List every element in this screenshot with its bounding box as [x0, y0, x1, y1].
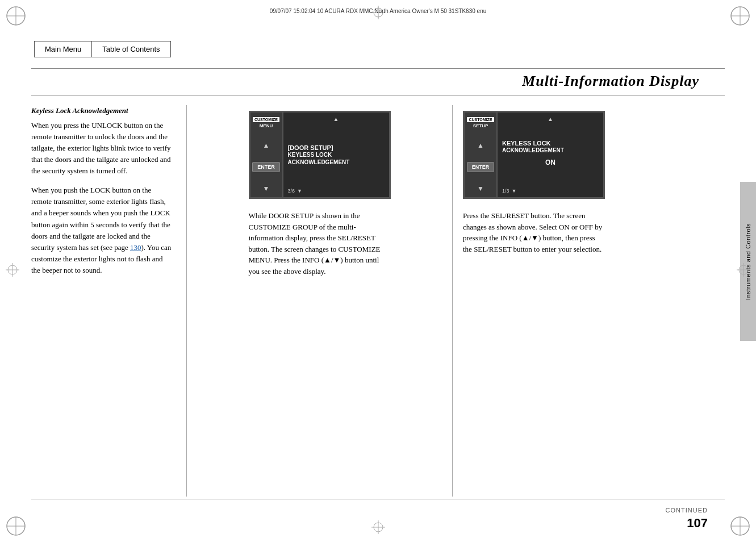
paragraph-2-text-a: When you push the LOCK button on the rem…	[31, 186, 170, 252]
lcd1-bracket-title: [DOOR SETUP]	[288, 144, 385, 151]
crosshair-bottom	[371, 520, 385, 536]
crosshair-left	[6, 263, 19, 279]
page-link[interactable]: 130	[130, 243, 141, 252]
lcd2-sub-title: ACKNOWLEDGEMENT	[502, 147, 599, 154]
lcd1-item-line1: KEYLESS LOCK	[288, 151, 385, 159]
lcd2-down-arrow: ▼	[477, 185, 484, 193]
lcd2-setup-label: SETUP	[473, 123, 488, 129]
lcd2-up-arrow: ▲	[477, 141, 484, 149]
page-number: 107	[687, 516, 708, 531]
lcd1-left-panel: CUSTOMIZE MENU ▲ ENTER ▼	[250, 112, 283, 197]
nav-buttons: Main Menu Table of Contents	[34, 41, 171, 57]
lcd1-page-down-arrow: ▼	[297, 188, 302, 194]
lcd2-right-up: ▲	[502, 116, 599, 122]
column-divider-2	[452, 105, 453, 497]
column-divider-1	[186, 105, 187, 497]
lcd-display-1: CUSTOMIZE MENU ▲ ENTER ▼ ▲ [DOOR SETUP] …	[249, 111, 391, 199]
lcd2-on-value: ON	[502, 154, 599, 171]
lcd1-item-line2: ACKNOWLEDGEMENT	[288, 159, 385, 166]
corner-decoration-br	[729, 515, 751, 537]
lcd2-customize-label: CUSTOMIZE	[467, 117, 494, 122]
title-rule	[31, 95, 725, 96]
left-column: Keyless Lock Acknowledgement When you pr…	[31, 105, 182, 497]
lcd2-page-text: 1/3	[502, 188, 509, 194]
lcd1-up-arrow: ▲	[263, 141, 270, 149]
corner-decoration-tl	[5, 5, 27, 27]
main-menu-button[interactable]: Main Menu	[34, 41, 91, 57]
caption-1: While DOOR SETUP is shown in the CUSTOMI…	[249, 210, 391, 277]
paragraph-1: When you press the UNLOCK button on the …	[31, 120, 173, 177]
lcd2-right-panel: ▲ KEYLESS LOCK ACKNOWLEDGEMENT ON 1/3 ▼	[498, 112, 603, 197]
corner-decoration-tr	[729, 5, 751, 27]
lcd2-left-panel: CUSTOMIZE SETUP ▲ ENTER ▼	[465, 112, 498, 197]
page-title: Multi-Information Display	[0, 73, 711, 90]
caption-2: Press the SEL/RESET button. The screen c…	[463, 210, 605, 255]
middle-column: CUSTOMIZE MENU ▲ ENTER ▼ ▲ [DOOR SETUP] …	[191, 105, 448, 497]
lcd1-right-panel: ▲ [DOOR SETUP] KEYLESS LOCK ACKNOWLEDGEM…	[283, 112, 389, 197]
corner-decoration-bl	[5, 515, 27, 537]
footer: CONTINUED 107	[31, 507, 708, 531]
side-tab: Instruments and Controls	[740, 182, 756, 341]
lcd1-menu-label: MENU	[260, 123, 273, 129]
lcd1-right-up: ▲	[288, 116, 385, 122]
lcd2-page-down-arrow: ▼	[512, 188, 517, 194]
lcd1-enter-btn: ENTER	[252, 162, 280, 172]
right-column: CUSTOMIZE SETUP ▲ ENTER ▼ ▲ KEYLESS LOCK…	[457, 105, 708, 497]
lcd-display-2: CUSTOMIZE SETUP ▲ ENTER ▼ ▲ KEYLESS LOCK…	[463, 111, 605, 199]
lcd1-down-arrow: ▼	[263, 185, 270, 193]
main-content: Keyless Lock Acknowledgement When you pr…	[31, 105, 708, 497]
side-tab-label: Instruments and Controls	[745, 223, 751, 300]
paragraph-2: When you push the LOCK button on the rem…	[31, 185, 173, 276]
lcd2-bracket-title: KEYLESS LOCK	[502, 140, 599, 147]
continued-label: CONTINUED	[666, 507, 708, 514]
top-rule	[31, 68, 725, 69]
toc-button[interactable]: Table of Contents	[91, 41, 170, 57]
print-metadata: 09/07/07 15:02:04 10 ACURA RDX MMC North…	[40, 8, 716, 14]
bottom-rule	[31, 499, 725, 499]
lcd1-customize-label: CUSTOMIZE	[253, 117, 279, 122]
lcd2-enter-btn: ENTER	[467, 162, 495, 172]
lcd2-page: 1/3 ▼	[502, 188, 599, 194]
section-heading: Keyless Lock Acknowledgement	[31, 105, 173, 116]
lcd1-page-text: 3/6	[288, 188, 295, 194]
lcd1-page: 3/6 ▼	[288, 188, 385, 194]
crosshair-right	[737, 263, 750, 279]
